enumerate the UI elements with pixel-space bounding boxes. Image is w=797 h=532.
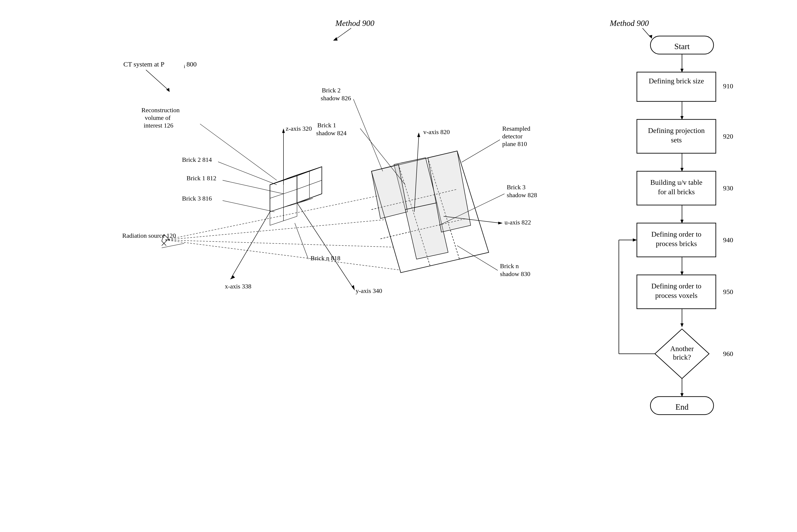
svg-text:940: 940: [723, 236, 733, 244]
svg-text:Resampled: Resampled: [502, 125, 530, 132]
svg-text:Brick 3: Brick 3: [507, 184, 525, 191]
svg-text:910: 910: [723, 82, 733, 90]
svg-text:plane 810: plane 810: [502, 140, 527, 147]
svg-text:Brick 1 812: Brick 1 812: [186, 175, 216, 182]
svg-text:Brick 1: Brick 1: [317, 122, 336, 129]
svg-text:v-axis 820: v-axis 820: [423, 129, 450, 135]
svg-text:shadow 830: shadow 830: [500, 270, 530, 278]
svg-text:Brick n 818: Brick n 818: [310, 254, 340, 262]
svg-text:800: 800: [186, 60, 197, 68]
svg-text:Building u/v table: Building u/v table: [650, 178, 702, 186]
svg-text:930: 930: [723, 184, 733, 192]
svg-text:Brick 2 814: Brick 2 814: [182, 156, 212, 163]
svg-text:Defining order to: Defining order to: [651, 282, 701, 290]
svg-text:Defining order to: Defining order to: [651, 230, 701, 238]
svg-text:Start: Start: [674, 42, 690, 51]
svg-text:CT system at P: CT system at P: [123, 60, 164, 68]
svg-text:Reconstruction: Reconstruction: [141, 107, 180, 114]
svg-text:process bricks: process bricks: [656, 240, 697, 248]
svg-text:volume of: volume of: [145, 114, 171, 121]
svg-text:process voxels: process voxels: [655, 291, 698, 300]
main-container: Method 900 CT system at P i 800 z-axis: [0, 0, 797, 532]
svg-text:i: i: [184, 63, 185, 69]
svg-text:Brick 3 816: Brick 3 816: [182, 195, 212, 202]
svg-text:Brick n: Brick n: [500, 263, 519, 269]
flowchart-svg: Method 900 Start Defining brick size 910…: [583, 0, 797, 532]
svg-text:detector: detector: [502, 133, 523, 140]
svg-rect-87: [637, 72, 716, 101]
svg-text:960: 960: [723, 350, 733, 357]
svg-text:interest 126: interest 126: [144, 122, 173, 129]
svg-text:shadow 824: shadow 824: [316, 130, 347, 136]
svg-text:for all bricks: for all bricks: [658, 188, 695, 196]
svg-text:End: End: [675, 402, 689, 412]
svg-text:y-axis 340: y-axis 340: [356, 287, 382, 294]
fc-method-label: Method 900: [610, 19, 649, 28]
svg-text:x-axis 338: x-axis 338: [225, 283, 251, 290]
svg-text:Radiation source 120: Radiation source 120: [122, 232, 176, 239]
svg-text:Defining brick size: Defining brick size: [649, 77, 704, 85]
svg-text:Brick 2: Brick 2: [322, 87, 341, 94]
svg-text:920: 920: [723, 133, 733, 140]
method-label-diagram: Method 900: [335, 19, 374, 28]
svg-text:z-axis 320: z-axis 320: [286, 125, 312, 132]
svg-text:shadow 828: shadow 828: [507, 192, 537, 198]
svg-text:shadow 826: shadow 826: [321, 95, 351, 102]
svg-text:sets: sets: [671, 136, 682, 144]
svg-text:950: 950: [723, 288, 733, 296]
svg-text:Another: Another: [670, 344, 694, 353]
svg-text:brick?: brick?: [673, 353, 691, 361]
svg-text:u-axis 822: u-axis 822: [505, 219, 531, 226]
svg-text:Defining projection: Defining projection: [648, 127, 705, 134]
